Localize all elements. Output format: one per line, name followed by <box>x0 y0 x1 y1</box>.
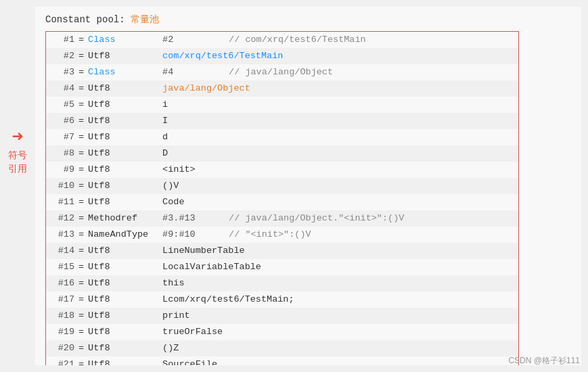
row-equals: = <box>78 49 84 64</box>
row-number: #9 <box>50 162 74 177</box>
row-equals: = <box>78 341 84 356</box>
table-row: #10=Utf8()V <box>46 178 518 194</box>
row-ref: #4 <box>162 65 223 80</box>
row-type: Utf8 <box>88 292 162 307</box>
row-type: Methodref <box>88 211 162 226</box>
table-row: #6=Utf8I <box>46 113 518 129</box>
table-row: #1=Class#2// com/xrq/test6/TestMain <box>46 32 518 48</box>
row-type: Utf8 <box>88 341 162 356</box>
arrow-icon: ➜ <box>12 129 24 147</box>
row-number: #4 <box>50 81 74 96</box>
row-equals: = <box>78 146 84 161</box>
row-comment: // java/lang/Object."<init>":()V <box>229 211 404 226</box>
left-annotation: ➜ 符号 引用 <box>0 7 35 365</box>
row-value: LineNumberTable <box>162 243 245 258</box>
row-number: #12 <box>50 211 74 226</box>
table-row: #9=Utf8<init> <box>46 162 518 178</box>
row-equals: = <box>78 130 84 145</box>
row-number: #20 <box>50 341 74 356</box>
table-row: #4=Utf8java/lang/Object <box>46 80 518 97</box>
row-equals: = <box>78 357 84 365</box>
annotation-label: 符号 引用 <box>8 149 27 175</box>
row-number: #8 <box>50 146 74 161</box>
main-container: ➜ 符号 引用 Constant pool: 常量池 #1=Class#2// … <box>0 0 588 372</box>
row-type: Utf8 <box>88 243 162 258</box>
row-value: this <box>162 276 184 291</box>
row-ref: #3.#13 <box>162 211 223 226</box>
row-type: NameAndType <box>88 227 162 242</box>
row-value: d <box>162 130 168 145</box>
row-type: Utf8 <box>88 325 162 340</box>
header-chinese: 常量池 <box>131 14 159 25</box>
row-value: LocalVariableTable <box>162 260 261 275</box>
table-row: #16=Utf8this <box>46 275 518 292</box>
row-type: Utf8 <box>88 195 162 210</box>
row-value: com/xrq/test6/TestMain <box>162 49 283 64</box>
row-equals: = <box>78 97 84 112</box>
row-type: Utf8 <box>88 276 162 291</box>
row-number: #5 <box>50 97 74 112</box>
row-number: #21 <box>50 357 74 365</box>
row-type: Utf8 <box>88 146 162 161</box>
table-row: #7=Utf8d <box>46 129 518 145</box>
row-equals: = <box>78 32 84 47</box>
row-number: #17 <box>50 292 74 307</box>
pool-table: #1=Class#2// com/xrq/test6/TestMain#2=Ut… <box>45 31 519 365</box>
arrow-container: ➜ 符号 引用 <box>8 129 27 175</box>
row-type: Utf8 <box>88 162 162 177</box>
table-row: #13=NameAndType#9:#10// "<init>":()V <box>46 227 518 243</box>
row-type: Class <box>88 65 162 80</box>
row-equals: = <box>78 260 84 275</box>
row-value: Lcom/xrq/test6/TestMain; <box>162 292 294 307</box>
row-equals: = <box>78 276 84 291</box>
row-number: #18 <box>50 308 74 323</box>
row-number: #15 <box>50 260 74 275</box>
table-row: #11=Utf8Code <box>46 194 518 210</box>
row-value: Code <box>162 195 184 210</box>
row-equals: = <box>78 195 84 210</box>
table-row: #2=Utf8com/xrq/test6/TestMain <box>46 48 518 64</box>
row-value: java/lang/Object <box>162 81 250 96</box>
header-line: Constant pool: 常量池 <box>45 14 571 26</box>
row-value: ()Z <box>162 341 179 356</box>
row-type: Utf8 <box>88 260 162 275</box>
row-value: trueOrFalse <box>162 325 223 340</box>
table-row: #18=Utf8print <box>46 308 518 324</box>
header-prefix: Constant pool: <box>45 14 125 25</box>
row-type: Utf8 <box>88 357 162 365</box>
table-row: #8=Utf8D <box>46 145 518 162</box>
row-equals: = <box>78 179 84 193</box>
row-comment: // java/lang/Object <box>229 65 333 80</box>
row-number: #2 <box>50 49 74 64</box>
row-equals: = <box>78 81 84 96</box>
row-equals: = <box>78 227 84 242</box>
table-row: #15=Utf8LocalVariableTable <box>46 259 518 275</box>
row-number: #13 <box>50 227 74 242</box>
row-comment: // com/xrq/test6/TestMain <box>229 32 366 47</box>
row-type: Utf8 <box>88 179 162 193</box>
table-row: #20=Utf8()Z <box>46 340 518 356</box>
table-row: #5=Utf8i <box>46 97 518 113</box>
row-type: Utf8 <box>88 114 162 129</box>
row-type: Utf8 <box>88 308 162 323</box>
row-equals: = <box>78 114 84 129</box>
row-ref: #2 <box>162 32 223 47</box>
row-value: ()V <box>162 179 179 193</box>
content-area: Constant pool: 常量池 #1=Class#2// com/xrq/… <box>35 7 581 365</box>
row-equals: = <box>78 325 84 340</box>
row-type: Utf8 <box>88 130 162 145</box>
row-number: #1 <box>50 32 74 47</box>
row-value: <init> <box>162 162 196 177</box>
table-row: #19=Utf8trueOrFalse <box>46 324 518 340</box>
row-type: Class <box>88 32 162 47</box>
row-equals: = <box>78 292 84 307</box>
table-row: #3=Class#4// java/lang/Object <box>46 64 518 80</box>
row-equals: = <box>78 243 84 258</box>
row-equals: = <box>78 162 84 177</box>
row-number: #19 <box>50 325 74 340</box>
row-equals: = <box>78 211 84 226</box>
row-type: Utf8 <box>88 49 162 64</box>
row-equals: = <box>78 65 84 80</box>
row-equals: = <box>78 308 84 323</box>
row-value: D <box>162 146 168 161</box>
